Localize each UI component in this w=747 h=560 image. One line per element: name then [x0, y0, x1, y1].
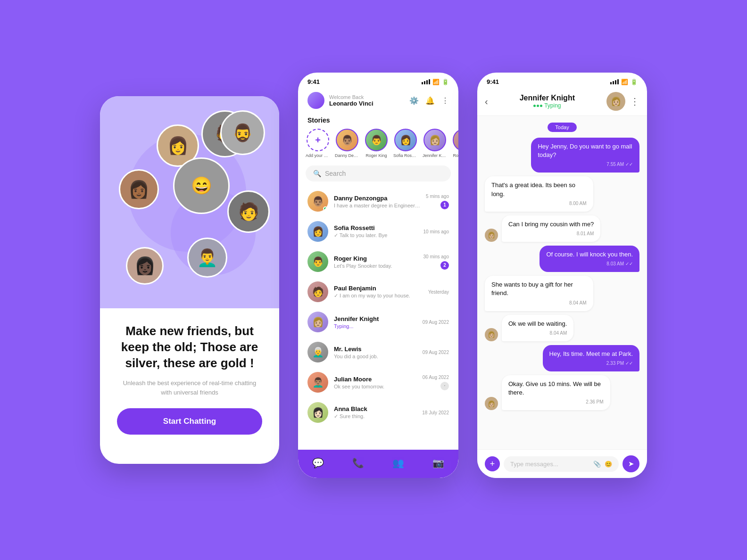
chat-item-anna[interactable]: 👩🏻 Anna Black ✓ Sure thing. 18 July 2022	[298, 397, 458, 428]
bubble-sent-7: Hey, Its time. Meet me at Park. 2.33 PM✓…	[543, 345, 639, 371]
bubble-received-3: Can I bring my cousin with me? 8.01 AM	[502, 215, 600, 242]
avatar-3: 🧔‍♂️	[220, 110, 265, 155]
chat-meta-anna: 18 July 2022	[422, 410, 449, 415]
chat-info-sofia: Sofia Rossetti ✓ Talk to you later. Bye	[334, 224, 418, 239]
notifications-icon[interactable]: 🔔	[425, 96, 435, 105]
settings-icon[interactable]: ⚙️	[409, 96, 419, 105]
send-button[interactable]: ➤	[622, 455, 639, 472]
story-sofia[interactable]: 👩 Sofia Rossetti	[393, 129, 418, 158]
splash-screen: 👩 🧔 🧔‍♂️ 👩🏾 😄 🧑 👩🏿 👨‍🦱 Make new friends,…	[100, 96, 279, 464]
splash-background: 👩 🧔 🧔‍♂️ 👩🏾 😄 🧑 👩🏿 👨‍🦱	[100, 96, 279, 308]
chat-view-header: ‹ Jennifer Knight Typing 👩🏼 ⋮	[477, 88, 647, 116]
chat-status-bar: 9:41 📶 🔋	[477, 73, 647, 88]
message-avatar-8: 👩🏼	[485, 397, 498, 410]
chat-meta-roger: 30 mins ago 2	[423, 254, 449, 270]
message-input[interactable]: Type messages... 📎 😊	[504, 456, 619, 472]
chat-meta-sofia: 10 mins ago	[423, 229, 449, 234]
user-name: Leonardo Vinci	[329, 100, 374, 107]
avatar-6: 🧑	[227, 190, 270, 233]
avatar-7: 👩🏿	[126, 247, 164, 285]
story-sofia-avatar: 👩	[394, 129, 417, 151]
unread-badge-roger: 2	[440, 261, 449, 270]
user-profile: Welcome Back Leonardo Vinci	[307, 92, 374, 109]
status-bar: 9:41 📶 🔋	[298, 73, 458, 88]
add-story-item[interactable]: + Add your Story	[306, 129, 330, 158]
add-story-label: Add your Story	[306, 153, 330, 158]
chat-avatar-danny: 👨🏽	[307, 191, 328, 212]
story-roger-avatar: 👨	[365, 129, 388, 151]
chat-avatar-sofia: 👩	[307, 221, 328, 242]
chat-item-paul[interactable]: 🧑 Paul Benjamin ✓ I am on my way to your…	[298, 277, 458, 307]
add-story-avatar: +	[307, 129, 329, 151]
chat-meta-paul: Yesterday	[428, 289, 449, 295]
message-input-area: + Type messages... 📎 😊 ➤	[477, 449, 647, 478]
message-8: 👩🏼 Okay. Give us 10 mins. We will be the…	[485, 375, 639, 410]
stories-row: + Add your Story 👨🏽 Danny Denzongpa 👨 Ro…	[298, 126, 458, 163]
chat-info-paul: Paul Benjamin ✓ I am on my way to your h…	[334, 285, 423, 299]
add-attachment-button[interactable]: +	[485, 456, 500, 471]
double-check-icon-3: ✓✓	[625, 360, 633, 367]
story-danny[interactable]: 👨🏽 Danny Denzongpa	[335, 129, 359, 158]
typing-text: Typing	[544, 102, 561, 109]
back-button[interactable]: ‹	[485, 96, 488, 107]
start-chatting-button[interactable]: Start Chatting	[117, 408, 262, 435]
chat-list-inner: 9:41 📶 🔋 Welcome Back Leonardo Vinci	[298, 73, 458, 478]
signal-icon	[610, 79, 619, 84]
splash-subtitle: Unleash the best experience of real-time…	[117, 379, 262, 397]
unread-badge-julian: ·	[440, 382, 449, 390]
story-jennifer[interactable]: 👩🏼 Jennifer Knight	[423, 129, 447, 158]
chat-list-header: Welcome Back Leonardo Vinci ⚙️ 🔔 ⋮	[298, 88, 458, 113]
status-time: 9:41	[307, 78, 320, 85]
nav-chat-icon[interactable]: 💬	[307, 455, 330, 470]
chat-view-screen: 9:41 📶 🔋 ‹ Jennifer Knight Typing	[477, 73, 647, 478]
message-3: 👩🏼 Can I bring my cousin with me? 8.01 A…	[485, 215, 639, 242]
wifi-icon: 📶	[432, 79, 440, 85]
chat-info-jennifer: Jennifer Knight Typing...	[334, 315, 417, 329]
chat-info-lewis: Mr. Lewis You did a good job.	[334, 346, 417, 359]
wifi-icon: 📶	[621, 79, 628, 85]
welcome-text: Welcome Back	[329, 94, 374, 100]
chat-item-danny[interactable]: 👨🏽 Danny Denzongpa I have a master degre…	[298, 186, 458, 216]
chat-item-roger[interactable]: 👨 Roger King Let's Play Snooker today. 3…	[298, 247, 458, 277]
attachment-icon[interactable]: 📎	[593, 461, 601, 468]
chat-contact-info: Jennifer Knight Typing	[493, 94, 602, 109]
story-jennifer-avatar: 👩🏼	[423, 129, 446, 151]
search-bar[interactable]: 🔍 Search	[306, 165, 451, 181]
emoji-icon[interactable]: 😊	[605, 461, 612, 468]
avatar-collage: 👩 🧔 🧔‍♂️ 👩🏾 😄 🧑 👩🏿 👨‍🦱	[100, 96, 279, 308]
message-6: 👩🏼 Ok we will be waiting. 8.04 AM	[485, 315, 639, 341]
messages-area: Today Hey Jenny, Do you want to go mall …	[477, 116, 647, 449]
bubble-received-5: She wants to buy a gift for her friend. …	[485, 276, 593, 311]
plus-icon: +	[315, 135, 321, 146]
bubble-sent-4: Of course. I will knock you then. 8.03 A…	[540, 246, 639, 272]
chat-avatar-paul: 🧑	[307, 281, 328, 302]
chat-item-sofia[interactable]: 👩 Sofia Rossetti ✓ Talk to you later. By…	[298, 216, 458, 247]
nav-friends-icon[interactable]: 👥	[387, 455, 410, 470]
chat-avatar-julian: 👨🏽‍🦱	[307, 372, 328, 393]
date-badge: Today	[548, 123, 576, 132]
chat-item-jennifer[interactable]: 👩🏼 Jennifer Knight Typing... 09 Aug 2022	[298, 307, 458, 337]
chat-avatar-anna: 👩🏻	[307, 402, 328, 423]
unread-badge-danny: 1	[440, 201, 449, 209]
chat-meta-jennifer: 09 Aug 2022	[423, 320, 449, 325]
splash-title: Make new friends, but keep the old; Thos…	[117, 323, 262, 371]
message-4: Of course. I will knock you then. 8.03 A…	[485, 246, 639, 272]
more-icon[interactable]: ⋮	[441, 96, 449, 105]
chat-item-julian[interactable]: 👨🏽‍🦱 Julian Moore Ok see you tomorrow. 0…	[298, 367, 458, 397]
chat-list: 👨🏽 Danny Denzongpa I have a master degre…	[298, 186, 458, 450]
chat-item-lewis[interactable]: 👨‍🦳 Mr. Lewis You did a good job. 09 Aug…	[298, 337, 458, 367]
nav-camera-icon[interactable]: 📷	[427, 455, 450, 470]
user-info: Welcome Back Leonardo Vinci	[329, 94, 374, 107]
story-ross[interactable]: 🧑 Ross Taylor	[452, 129, 458, 158]
nav-call-icon[interactable]: 📞	[347, 455, 370, 470]
chat-avatar-lewis: 👨‍🦳	[307, 342, 328, 362]
input-placeholder: Type messages...	[510, 461, 558, 468]
story-roger[interactable]: 👨 Roger King	[364, 129, 389, 158]
chat-more-button[interactable]: ⋮	[630, 96, 639, 107]
message-avatar-3: 👩🏼	[485, 229, 498, 242]
avatar-4: 👩🏾	[119, 169, 159, 209]
bubble-sent-1: Hey Jenny, Do you want to go mall today?…	[531, 138, 639, 173]
search-icon: 🔍	[313, 170, 321, 177]
chat-info-julian: Julian Moore Ok see you tomorrow.	[334, 376, 417, 389]
chat-info-anna: Anna Black ✓ Sure thing.	[334, 405, 416, 420]
